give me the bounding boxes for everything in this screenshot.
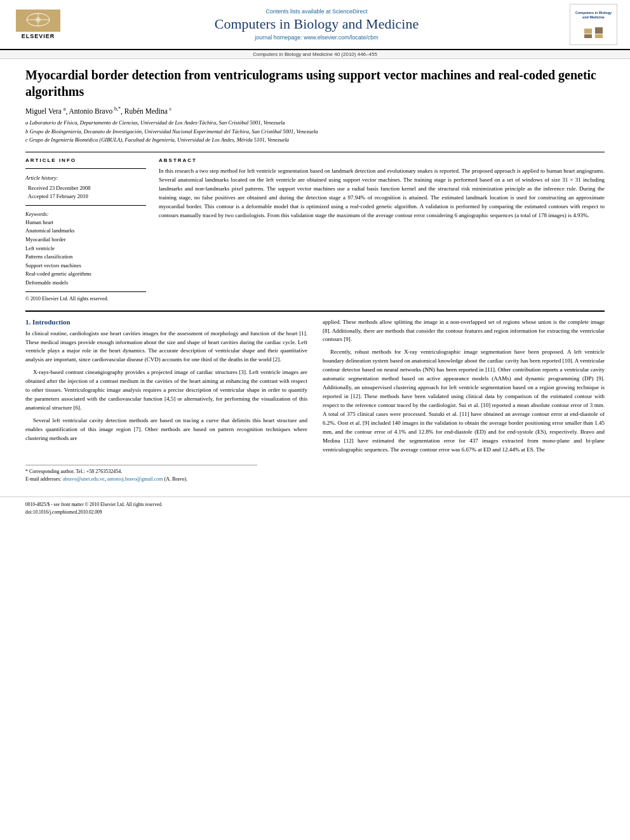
body-two-col: 1. Introduction In clinical routine, car… [25, 318, 605, 458]
paper-content: Myocardial border detection from ventric… [0, 59, 630, 494]
keyword-6: Real-coded genetic algorithms [25, 270, 146, 279]
logo-bar-2 [594, 27, 603, 38]
journal-homepage: journal homepage: www.elsevier.com/locat… [76, 34, 557, 41]
header-divider [25, 152, 605, 152]
journal-header: ELSEVIER Contents lists available at Sci… [0, 0, 630, 50]
article-history: Article history: Received 23 December 20… [25, 174, 146, 201]
keyword-4: Patterns classification [25, 253, 146, 262]
section1-right-para2: Recently, robust methods for X-ray ventr… [323, 348, 605, 454]
section1-para2: X-rays-based contrast cineangiography pr… [25, 368, 307, 413]
corresponding-author-note: * Corresponding author. Tel.: +58 276353… [25, 468, 605, 476]
section1-title: 1. Introduction [25, 318, 307, 326]
elsevier-label: ELSEVIER [22, 33, 55, 39]
section1-para1: In clinical routine, cardiologists use h… [25, 330, 307, 365]
email-note: E-mail addresses: abravo@unet.edu.ve, an… [25, 476, 605, 484]
article-info-abstract-row: ARTICLE INFO Article history: Received 2… [25, 157, 605, 302]
keyword-3: Left ventricle [25, 244, 146, 253]
elsevier-logo-image [16, 10, 60, 32]
section1-body: In clinical routine, cardiologists use h… [25, 330, 307, 443]
abstract-text: In this research a two step method for l… [159, 167, 605, 220]
authors: Miguel Vera a, Antonio Bravo b,*, Rubén … [25, 106, 605, 115]
article-info-label: ARTICLE INFO [25, 157, 146, 163]
logo-bar-1 [584, 29, 593, 38]
footnote-divider [25, 465, 257, 465]
keyword-5: Support vectors machines [25, 262, 146, 270]
body-right-col: applied. These methods allow splitting t… [323, 318, 605, 458]
affiliation-b: b Grupo de Bioingeniería, Decanato de In… [25, 128, 605, 136]
keywords-label: Keywords: [25, 211, 146, 217]
article-info-top-divider [25, 168, 146, 169]
affiliation-a: a Laboratorio de Física, Departamento de… [25, 119, 605, 127]
accepted-date: Accepted 17 February 2010 [28, 193, 88, 199]
abstract-column: ABSTRACT In this research a two step met… [159, 157, 605, 302]
received-date: Received 23 December 2008 [28, 185, 90, 191]
bottom-bar: 0010-4825/$ - see front matter © 2010 El… [0, 497, 630, 518]
body-divider [25, 310, 605, 312]
affiliation-c: c Grupo de Ingeniería Biomédica (GIBULA)… [25, 136, 605, 144]
article-info-column: ARTICLE INFO Article history: Received 2… [25, 157, 146, 302]
journal-logo-right: Computers in Biology and Medicine [570, 4, 617, 45]
elsevier-logo: ELSEVIER [13, 7, 64, 42]
keyword-1: Anatomical landmarks [25, 227, 146, 236]
keyword-0: Human heart [25, 218, 146, 227]
issn-text: 0010-4825/$ - see front matter © 2010 El… [25, 501, 163, 516]
logo-title-text: Computers in Biology and Medicine [573, 11, 614, 19]
body-left-col: 1. Introduction In clinical routine, car… [25, 318, 307, 458]
footnote-section: * Corresponding author. Tel.: +58 276353… [25, 468, 605, 484]
keyword-2: Myocardial border [25, 236, 146, 244]
section1-para3: Several left ventricular cavity detectio… [25, 417, 307, 443]
section1-right-body: applied. These methods allow splitting t… [323, 318, 605, 455]
svg-point-4 [36, 17, 41, 22]
doi-bar: Computers in Biology and Medicine 40 (20… [0, 50, 630, 59]
sciencedirect-text: Contents lists available at ScienceDirec… [76, 8, 557, 15]
article-info-mid-divider [25, 205, 146, 206]
email1-link[interactable]: abravo@unet.edu.ve [63, 476, 105, 482]
history-label: Article history: [25, 174, 146, 183]
copyright-text: © 2010 Elsevier Ltd. All rights reserved… [25, 296, 146, 302]
keyword-7: Deformable models [25, 279, 146, 288]
email2-link[interactable]: antonioj.bravo@gmail.com [107, 476, 163, 482]
article-info-bottom-divider [25, 291, 146, 292]
article-title: Myocardial border detection from ventric… [25, 67, 605, 100]
logo-icons [584, 27, 603, 38]
keywords-section: Keywords: Human heart Anatomical landmar… [25, 211, 146, 288]
section1-right-para1: applied. These methods allow splitting t… [323, 318, 605, 345]
affiliations: a Laboratorio de Física, Departamento de… [25, 119, 605, 144]
abstract-label: ABSTRACT [159, 157, 605, 163]
journal-title-block: Contents lists available at ScienceDirec… [64, 8, 570, 41]
journal-main-title: Computers in Biology and Medicine [76, 16, 557, 32]
